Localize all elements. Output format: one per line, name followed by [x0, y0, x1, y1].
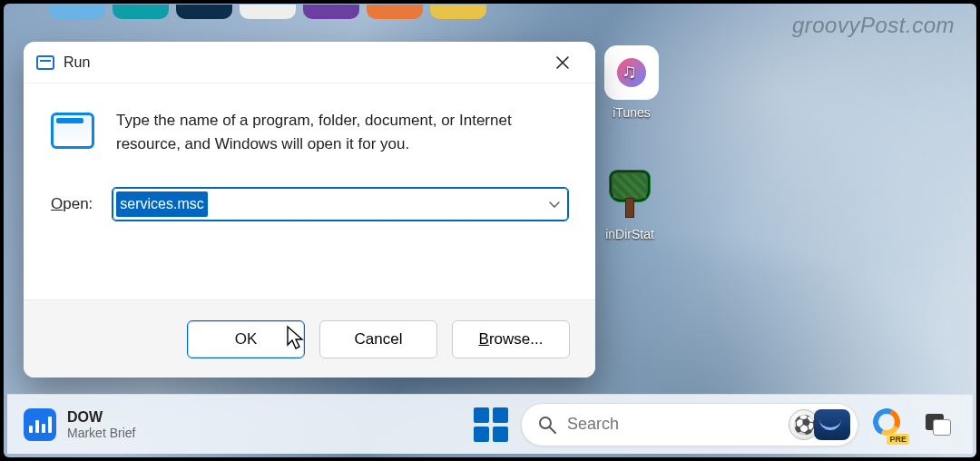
svg-point-0 — [540, 417, 551, 428]
search-highlight-icon[interactable] — [789, 409, 850, 440]
run-footer: OK Cancel Browse... — [24, 299, 595, 378]
run-title-icon — [36, 55, 54, 70]
outlook-button[interactable]: PRE — [871, 407, 907, 443]
run-description: Type the name of a program, folder, docu… — [116, 109, 568, 157]
itunes-icon — [604, 45, 659, 100]
run-app-icon — [51, 109, 94, 149]
taskbar: DOW Market Brief PRE — [7, 394, 973, 454]
outlook-icon: PRE — [873, 408, 906, 441]
widget-subtitle: Market Brief — [67, 426, 135, 440]
close-icon — [555, 55, 570, 70]
run-title: Run — [64, 54, 90, 71]
run-dialog: Run Type the name of a program, folder, … — [24, 42, 595, 378]
close-button[interactable] — [543, 48, 583, 77]
top-app-strip — [4, 4, 976, 19]
desktop-icon-label: iTunes — [593, 105, 670, 120]
run-titlebar[interactable]: Run — [24, 42, 595, 83]
start-button[interactable] — [474, 407, 508, 442]
widget-title: DOW — [67, 409, 135, 426]
chevron-down-icon[interactable] — [548, 198, 561, 211]
windirstat-icon — [603, 167, 657, 221]
search-icon — [538, 416, 556, 434]
search-box[interactable] — [521, 403, 858, 446]
task-view-button[interactable] — [920, 407, 956, 443]
open-label: Open: — [51, 195, 93, 213]
widgets-icon — [24, 408, 56, 441]
desktop-icon-label: inDirStat — [592, 227, 668, 241]
desktop-icon-itunes[interactable]: iTunes — [593, 45, 670, 120]
task-view-icon — [926, 414, 951, 436]
browse-button[interactable]: Browse... — [452, 320, 570, 358]
cancel-button[interactable]: Cancel — [319, 320, 437, 358]
svg-line-1 — [550, 427, 555, 433]
open-combobox[interactable]: services.msc — [113, 188, 568, 221]
desktop-icon-windirstat[interactable]: inDirStat — [592, 167, 668, 241]
widgets-button[interactable]: DOW Market Brief — [24, 408, 135, 441]
search-input[interactable] — [567, 415, 778, 434]
open-input[interactable] — [113, 188, 568, 221]
ok-button[interactable]: OK — [187, 320, 305, 358]
